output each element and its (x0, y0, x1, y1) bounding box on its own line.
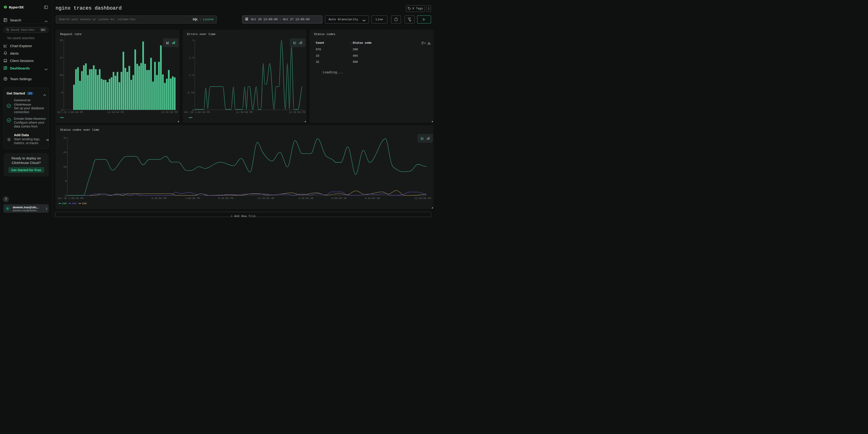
svg-text:6:00:00 AM: 6:00:00 AM (331, 197, 346, 200)
svg-text:2.3: 2.3 (189, 56, 194, 59)
svg-text:11:30:00 PM: 11:30:00 PM (236, 111, 252, 114)
svg-text:8:30:00 AM: 8:30:00 AM (365, 197, 379, 200)
svg-text:12:30:00 AM: 12:30:00 AM (257, 197, 274, 200)
svg-text:11:30:00 PM: 11:30:00 PM (107, 111, 124, 114)
svg-text:9: 9 (61, 91, 63, 94)
svg-text:0: 0 (65, 194, 66, 197)
svg-text:9:30:00 PM: 9:30:00 PM (218, 197, 233, 200)
svg-text:1.5: 1.5 (189, 73, 194, 76)
svg-text:404: 404 (72, 202, 77, 205)
svg-text:24: 24 (63, 151, 66, 154)
svg-text:12:30:00 PM: 12:30:00 PM (289, 111, 305, 114)
svg-text:3: 3 (192, 39, 194, 42)
svg-text:Oct 26 1:00:00 PM: Oct 26 1:00:00 PM (57, 111, 83, 114)
svg-text:12:30:00 PM: 12:30:00 PM (161, 111, 178, 114)
svg-text:18: 18 (60, 73, 63, 76)
svg-text:7:00:00 PM: 7:00:00 PM (185, 197, 200, 200)
svg-text:27: 27 (60, 56, 63, 59)
svg-text:0.75: 0.75 (187, 91, 194, 94)
svg-text:32: 32 (63, 136, 66, 140)
svg-text:Oct 26 1:00:00 PM: Oct 26 1:00:00 PM (184, 111, 210, 114)
svg-text:8: 8 (65, 180, 66, 183)
svg-text:200: 200 (62, 202, 67, 205)
svg-text:12:30:00 PM: 12:30:00 PM (414, 197, 431, 200)
svg-text:Oct 26 1:00:00 PM: Oct 26 1:00:00 PM (58, 197, 83, 200)
svg-text:4:30:00 PM: 4:30:00 PM (151, 197, 166, 200)
svg-text:16: 16 (63, 165, 66, 168)
svg-text:500: 500 (82, 202, 87, 205)
svg-text:36: 36 (60, 39, 63, 42)
svg-text:3:30:00 AM: 3:30:00 AM (298, 197, 313, 200)
